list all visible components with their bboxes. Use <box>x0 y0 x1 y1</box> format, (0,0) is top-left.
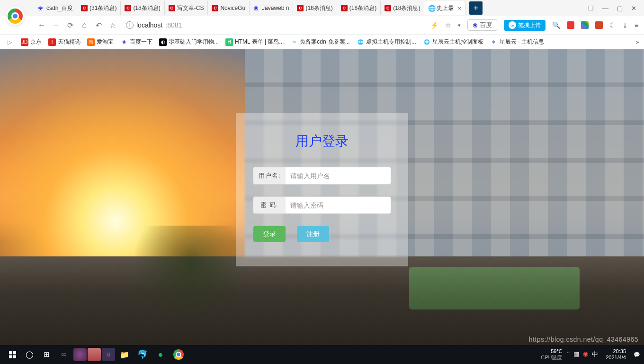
browser-tab[interactable]: C写文章-CS <box>165 1 208 15</box>
browser-tab[interactable]: CNoviceGu <box>208 1 250 15</box>
password-input[interactable] <box>286 197 391 214</box>
search-engine-selector[interactable]: ❀ 百度 <box>467 19 497 31</box>
baidu-paw-icon: ❀ <box>473 22 478 29</box>
dark-mode-icon[interactable]: ☾ <box>609 21 616 29</box>
browser-tab[interactable]: C(18条消息) <box>337 1 381 15</box>
wechat-icon[interactable]: ● <box>152 347 169 362</box>
cpu-temp-value: 59℃ <box>541 348 562 355</box>
bookmark-favicon-icon: ❖ <box>490 38 498 46</box>
bookmark-item[interactable]: ∞免备案cdn-免备案... <box>290 38 349 46</box>
site-info-icon[interactable]: i <box>126 21 134 29</box>
tray-icon-1[interactable]: ▦ <box>573 350 579 359</box>
bookmark-favicon-icon: JD <box>21 38 28 46</box>
browser-tab[interactable]: ❀csdn_百度 <box>34 1 77 15</box>
url-box[interactable]: i localhost:8081 <box>122 21 425 29</box>
login-button[interactable]: 登录 <box>253 226 286 242</box>
home-button[interactable]: ⌂ <box>80 21 89 29</box>
tray-chevron-icon[interactable]: ˆ <box>567 352 569 357</box>
favorite-star-icon[interactable]: ☆ <box>108 21 117 30</box>
browser-tab[interactable]: ❀Javaweb n <box>250 1 293 15</box>
bookmarks-overflow-icon[interactable]: » <box>636 39 639 46</box>
dropdown-chevron-icon[interactable]: ▾ <box>458 22 461 28</box>
notification-icon[interactable]: 💬 <box>634 352 640 358</box>
downloads-icon[interactable]: ⤓ <box>622 21 628 29</box>
tab-favicon-icon: C <box>125 5 131 11</box>
bookmark-item[interactable]: 🌐星辰云主机控制面板 <box>423 38 483 46</box>
bookmark-item[interactable]: HHTML 表单 | 菜鸟... <box>225 38 284 46</box>
search-icon[interactable]: 🔍 <box>552 21 560 29</box>
browser-tab[interactable]: C(31条消息) <box>77 1 121 15</box>
forward-button[interactable]: → <box>51 21 61 29</box>
tray-icon-2[interactable]: ◉ <box>583 350 588 359</box>
tab-label: NoviceGu <box>220 5 245 11</box>
login-panel: 用户登录 用户名: 密 码: 登录 注册 <box>236 113 408 266</box>
browser-tab[interactable]: C(18条消息) <box>121 1 164 15</box>
bookmark-label: 京东 <box>30 38 42 46</box>
svg-rect-2 <box>9 355 12 358</box>
bookmarks-chevron-icon[interactable]: ▷ <box>5 39 14 46</box>
bookmark-item[interactable]: ◐零基础入门学用物... <box>159 38 219 46</box>
cortana-icon[interactable]: ◯ <box>21 345 38 364</box>
bookmark-favicon-icon: 淘 <box>87 38 95 46</box>
bookmark-favicon-icon: ❀ <box>120 38 128 46</box>
bookmark-label: HTML 表单 | 菜鸟... <box>235 38 284 46</box>
bookmark-label: 爱淘宝 <box>97 38 114 46</box>
browser-tab[interactable]: C(18条消息) <box>381 1 424 15</box>
tab-label: (18条消息) <box>393 4 420 12</box>
back-button[interactable]: ← <box>37 21 46 29</box>
bookmark-item[interactable]: 淘爱淘宝 <box>87 38 114 46</box>
windows-copy-icon[interactable]: ❐ <box>588 5 594 12</box>
bookmark-item[interactable]: 🌐虚拟主机专用控制... <box>357 38 416 46</box>
username-input[interactable] <box>286 167 391 184</box>
svg-rect-0 <box>9 351 12 355</box>
chrome-taskbar-icon[interactable] <box>170 347 187 362</box>
bookmark-favicon-icon: H <box>225 38 233 46</box>
tray-ime-label[interactable]: 中 <box>592 350 598 359</box>
browser-tab[interactable]: C(18条消息) <box>293 1 337 15</box>
svg-rect-3 <box>13 355 16 358</box>
bookmark-label: 虚拟主机专用控制... <box>366 38 416 46</box>
bookmark-favicon-icon: ◐ <box>159 38 167 46</box>
tab-label: csdn_百度 <box>46 4 73 12</box>
menu-icon[interactable]: ≡ <box>635 21 638 29</box>
extension-icon-2[interactable] <box>581 21 589 29</box>
tab-favicon-icon: C <box>212 5 218 11</box>
taskbar-app-3[interactable] <box>88 348 101 361</box>
start-button[interactable] <box>4 345 21 364</box>
bookmark-item[interactable]: T天猫精选 <box>48 38 80 46</box>
maximize-button[interactable]: ▢ <box>617 5 623 12</box>
tab-strip: ❀csdn_百度C(31条消息)C(18条消息)C写文章-CSCNoviceGu… <box>0 0 644 16</box>
tab-favicon-icon: ❀ <box>253 5 260 11</box>
tab-favicon-icon: C <box>81 5 88 11</box>
taskbar-app-6[interactable]: 🐬 <box>134 347 151 362</box>
taskbar-clock[interactable]: 20:35 2021/4/4 <box>603 348 629 361</box>
file-explorer-icon[interactable]: 📁 <box>116 347 133 362</box>
tab-close-icon[interactable]: × <box>457 5 461 12</box>
bookmark-label: 零基础入门学用物... <box>169 38 219 46</box>
close-window-button[interactable]: ✕ <box>631 5 636 12</box>
bookmark-label: 百度一下 <box>130 38 152 46</box>
undo-nav-icon[interactable]: ↶ <box>94 21 103 30</box>
drag-upload-badge[interactable]: ∞ 拖拽上传 <box>504 20 546 31</box>
bookmark-item[interactable]: ❀百度一下 <box>120 38 152 46</box>
register-button[interactable]: 注册 <box>297 226 329 242</box>
minimize-button[interactable]: — <box>602 5 608 12</box>
taskbar-app-2[interactable] <box>73 348 87 361</box>
tab-label: (18条消息) <box>349 4 376 12</box>
task-view-icon[interactable]: ⊞ <box>38 345 55 364</box>
bookmark-item[interactable]: ❖星辰云 - 主机信息 <box>490 38 545 46</box>
bookmark-star-icon[interactable]: ☆ <box>445 21 451 29</box>
bookmark-item[interactable]: JD京东 <box>21 38 42 46</box>
search-engine-label: 百度 <box>480 21 492 29</box>
extension-icon-1[interactable] <box>567 21 574 29</box>
lightning-icon[interactable]: ⚡ <box>430 21 438 29</box>
browser-tab[interactable]: 🌐史上最× <box>424 1 465 15</box>
extension-icon-3[interactable] <box>595 21 603 29</box>
reload-button[interactable]: ⟳ <box>65 21 75 30</box>
cpu-temp-widget[interactable]: 59℃ CPU温度 <box>541 348 562 361</box>
new-tab-button[interactable]: + <box>469 1 483 15</box>
taskbar-app-1[interactable]: ∞ <box>55 347 72 362</box>
tab-label: Javaweb n <box>262 5 289 11</box>
taskbar-app-4[interactable]: IJ <box>102 348 115 361</box>
bookmark-label: 星辰云主机控制面板 <box>432 38 483 46</box>
